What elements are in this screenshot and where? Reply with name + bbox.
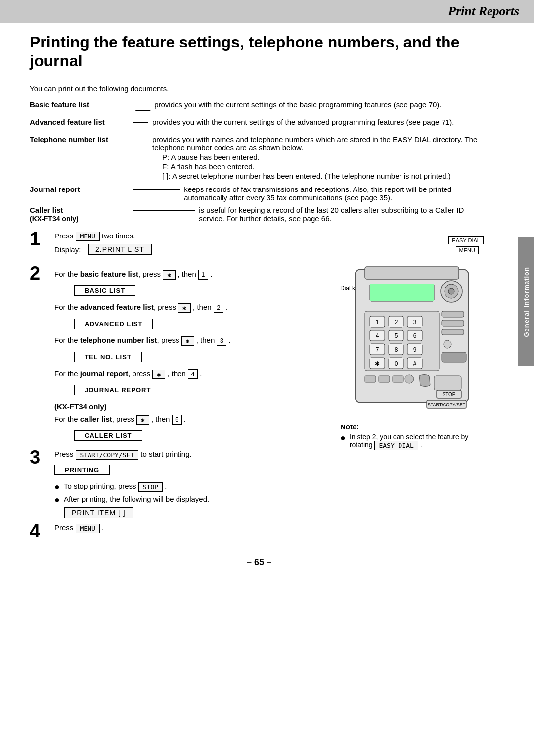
svg-rect-2 — [370, 284, 434, 301]
feature-name-basic: Basic feature list — [30, 100, 134, 109]
hash-key-3: ✱ — [181, 336, 194, 346]
svg-text:STOP: STOP — [442, 392, 455, 397]
menu-key: MENU — [76, 232, 100, 241]
step-1-content: Press MENU two times. Display: 2.PRINT L… — [54, 232, 325, 259]
step-1-number: 1 — [30, 230, 48, 248]
note-bullet-1: ● — [340, 433, 346, 444]
bullet-stop-text: To stop printing, press STOP . — [64, 482, 167, 492]
note-section: Note: ● In step 2, you can select the fe… — [340, 423, 489, 450]
print-item-box-row: PRINT ITEM [ ] — [64, 508, 325, 517]
svg-rect-33 — [442, 329, 464, 335]
kx-ft34-label: (KX-FT34 only) — [54, 402, 325, 411]
substep-telephone: For the telephone number list, press ✱ ,… — [54, 336, 325, 346]
svg-text:2: 2 — [395, 319, 398, 326]
substep-journal: For the journal report, press ✱ , then 4… — [54, 369, 325, 379]
tel-no-list-box: TEL NO. LIST — [74, 352, 142, 362]
stop-key: STOP — [138, 482, 163, 492]
step-3-content: Press START/COPY/SET to start printing. … — [54, 450, 325, 517]
svg-text:#: # — [413, 360, 417, 367]
feature-desc-advanced: provides you with the current settings o… — [148, 118, 489, 126]
feature-name-journal: Journal report — [30, 185, 134, 193]
note-title: Note: — [340, 423, 489, 431]
feature-row-advanced: Advanced feature list — provides you wit… — [30, 118, 489, 131]
feature-line-telephone: — — [134, 140, 148, 148]
svg-rect-31 — [442, 311, 464, 317]
bullet-dot-1: ● — [54, 482, 60, 493]
num-5: 5 — [172, 415, 182, 425]
step-1-text: Press MENU two times. — [54, 232, 325, 241]
substep-advanced-bold: advanced feature list — [80, 303, 154, 311]
step-2-content: For the basic feature list, press ✱ , th… — [54, 266, 325, 443]
feature-line-caller: ———————— — [134, 210, 195, 219]
display-label: Display: — [54, 245, 84, 254]
sidebar-tab-label: General Information — [523, 267, 530, 337]
substep-advanced: For the advanced feature list, press ✱ ,… — [54, 303, 325, 313]
caller-kx-label: (KX-FT34 only) — [30, 215, 79, 223]
feature-name-advanced: Advanced feature list — [30, 118, 134, 126]
advanced-list-box: ADVANCED LIST — [74, 319, 153, 329]
easy-dial-note: EASY DIAL — [374, 441, 418, 450]
step-2: 2 For the basic feature list, press ✱ , … — [30, 266, 325, 443]
device-mid-labels: MENU — [340, 246, 484, 254]
substep-caller-bold: caller list — [80, 415, 112, 423]
page-header-title: Print Reports — [448, 4, 519, 18]
svg-rect-38 — [393, 376, 403, 382]
basic-list-box: BASIC LIST — [74, 285, 135, 296]
hash-key-1: ✱ — [163, 270, 176, 280]
device-top-labels: EASY DIAL — [340, 236, 484, 244]
print-item-box: PRINT ITEM [ ] — [64, 507, 133, 518]
steps-container: 1 Press MENU two times. Display: 2.PRINT… — [30, 232, 489, 547]
device-diagram: EASY DIAL MENU Dial keypad — [340, 236, 484, 413]
feature-row-basic: Basic feature list —— provides you with … — [30, 100, 489, 114]
step-4: 4 Press MENU . — [30, 523, 325, 540]
feature-name-telephone: Telephone number list — [30, 135, 134, 143]
hash-key-4: ✱ — [152, 370, 165, 379]
main-content: Printing the feature settings, telephone… — [0, 23, 518, 587]
step-3: 3 Press START/COPY/SET to start printing… — [30, 450, 325, 517]
svg-rect-40 — [434, 376, 461, 390]
svg-point-34 — [444, 340, 451, 348]
menu-key-4: MENU — [76, 524, 100, 533]
substep-basic-bold: basic feature list — [80, 270, 138, 278]
page-title: Printing the feature settings, telephone… — [30, 33, 489, 75]
svg-text:0: 0 — [395, 360, 398, 367]
svg-point-5 — [448, 288, 454, 294]
num-1: 1 — [198, 270, 208, 280]
svg-rect-1 — [365, 267, 459, 279]
svg-text:6: 6 — [413, 332, 417, 339]
feature-line-journal: —————— — [134, 189, 180, 198]
svg-rect-36 — [365, 376, 376, 382]
bullet-after: ● After printing, the following will be … — [54, 495, 325, 506]
num-3: 3 — [217, 336, 226, 346]
step-4-content: Press MENU . — [54, 523, 325, 536]
display-value: 2.PRINT LIST — [88, 244, 152, 255]
easy-dial-label: EASY DIAL — [448, 236, 484, 244]
feature-desc-basic: provides you with the current settings o… — [150, 100, 489, 109]
journal-report-box: JOURNAL REPORT — [74, 385, 161, 395]
hash-key-2: ✱ — [178, 303, 191, 313]
bullet-after-text: After printing, the following will be di… — [64, 495, 209, 503]
num-4: 4 — [188, 369, 198, 379]
feature-desc-telephone: provides you with names and telephone nu… — [148, 135, 489, 181]
svg-text:7: 7 — [376, 346, 379, 353]
svg-point-39 — [405, 375, 414, 383]
svg-text:1: 1 — [376, 319, 379, 326]
bullet-stop: ● To stop printing, press STOP . — [54, 482, 325, 493]
steps-left: 1 Press MENU two times. Display: 2.PRINT… — [30, 232, 325, 547]
feature-line-basic: —— — [134, 105, 150, 114]
feature-row-journal: Journal report —————— keeps records of f… — [30, 185, 489, 202]
svg-text:8: 8 — [395, 346, 398, 353]
steps-right: EASY DIAL MENU Dial keypad — [340, 232, 489, 547]
svg-text:START/COPY/SET: START/COPY/SET — [428, 402, 466, 407]
substep-telephone-bold: telephone number list — [80, 336, 157, 344]
start-copy-set-key-3: START/COPY/SET — [76, 450, 139, 460]
step-3-text: Press START/COPY/SET to start printing. — [54, 450, 325, 460]
svg-text:✱: ✱ — [375, 360, 380, 367]
step-3-number: 3 — [30, 448, 48, 467]
svg-rect-35 — [442, 352, 466, 362]
bullet-dot-2: ● — [54, 495, 60, 506]
num-2: 2 — [214, 303, 223, 313]
menu-label: MENU — [456, 246, 479, 254]
svg-text:9: 9 — [413, 346, 417, 353]
feature-list: Basic feature list —— provides you with … — [30, 100, 489, 223]
